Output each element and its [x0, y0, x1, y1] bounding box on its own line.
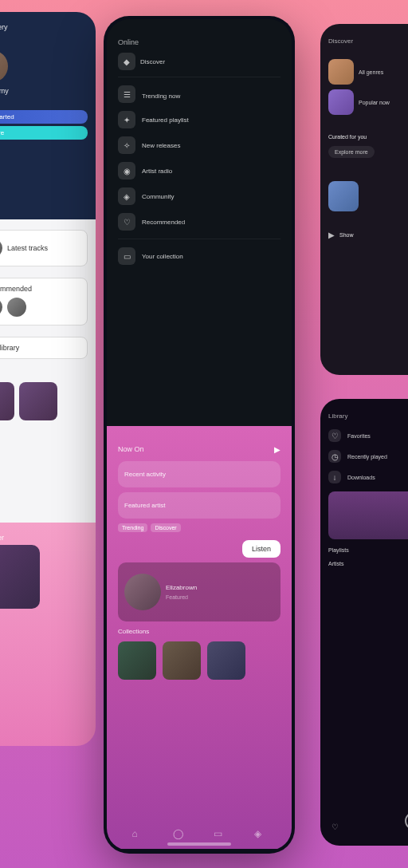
rb-item-recent[interactable]: ◷ Recently played	[328, 450, 408, 463]
left-footer2: Browse	[0, 612, 88, 620]
rb-item-artists[interactable]: Artists	[328, 561, 408, 566]
section-label: Discover	[140, 58, 165, 65]
collection-thumb[interactable]	[207, 641, 245, 680]
phone-mockup-center: Online ◆ Discover ☰ Trending now ✦ Featu…	[104, 16, 295, 854]
media-thumb-large[interactable]	[0, 545, 40, 609]
left-username: Is Terelmy	[0, 87, 88, 95]
chip-explore[interactable]: Explore	[0, 126, 88, 140]
card-library[interactable]: Your library	[0, 337, 88, 359]
rb-item-favorites[interactable]: ♡ Favorites	[328, 429, 408, 442]
activity-card[interactable]: Recent activity	[118, 461, 280, 487]
phone-mockup-right-top: Discover All genres Popular now Curated …	[320, 24, 408, 375]
left-title: Discovery	[0, 23, 88, 31]
folder-icon: ▭	[118, 247, 135, 265]
menu-item-radio[interactable]: ◉ Artist radio	[118, 162, 280, 180]
menu-item-collection[interactable]: ▭ Your collection	[118, 247, 280, 265]
nav-search-icon[interactable]: ◯	[173, 828, 186, 841]
phone-mockup-left: Discovery Is Terelmy Get started Explore…	[0, 12, 96, 746]
artist-avatar	[124, 574, 161, 610]
card-recommended[interactable]: Recommended	[0, 278, 88, 326]
list-icon: ☰	[118, 85, 135, 103]
menu-item-featured[interactable]: ✦ Featured playlist	[118, 111, 280, 128]
artist-card[interactable]: Featured artist	[118, 492, 280, 519]
genre-thumb	[328, 89, 354, 115]
media-thumb[interactable]	[19, 382, 57, 420]
featured-banner[interactable]	[328, 491, 408, 539]
clock-icon: ◷	[328, 450, 341, 463]
heart-icon: ♡	[328, 429, 341, 442]
rt-media-row[interactable]	[328, 181, 408, 211]
user-card[interactable]: Elizabrown Featured	[118, 562, 280, 621]
left-footer1: Discover	[0, 534, 88, 542]
rt-header: Discover	[328, 37, 353, 45]
menu-item-discover[interactable]: ☰ Trending now	[118, 85, 280, 103]
card-latest[interactable]: Latest tracks	[0, 230, 88, 266]
phone-mockup-right-bottom: Library ♡ Favorites ◷ Recently played ↓ …	[320, 399, 408, 846]
genre-thumb	[328, 59, 354, 85]
explore-chip[interactable]: Explore more	[328, 146, 375, 158]
thumb-icon	[0, 239, 2, 258]
media-thumb[interactable]	[0, 382, 14, 420]
nav-library-icon[interactable]: ▭	[214, 828, 226, 841]
user-avatar[interactable]	[0, 50, 8, 82]
download-icon: ↓	[328, 471, 341, 483]
nav-profile-icon[interactable]: ◈	[254, 828, 267, 841]
heart-icon: ♡	[118, 213, 135, 231]
chip-get-started[interactable]: Get started	[0, 110, 88, 124]
pink-title: Now On	[118, 445, 144, 453]
collections-label: Collections	[118, 628, 280, 635]
radio-icon: ◉	[118, 162, 135, 180]
play-icon[interactable]: ▶	[328, 231, 335, 239]
rb-header: Library	[328, 412, 347, 420]
listen-button[interactable]: Listen	[242, 540, 280, 558]
rt-item-genres[interactable]: All genres	[328, 59, 408, 85]
rt-item-popular[interactable]: Popular now	[328, 89, 408, 115]
collection-thumb[interactable]	[118, 641, 156, 680]
thumb-icon	[0, 298, 2, 317]
tag-discover[interactable]: Discover	[151, 523, 180, 532]
menu-item-recommended[interactable]: ♡ Recommended	[118, 213, 280, 231]
rb-item-playlists[interactable]: Playlists	[328, 547, 408, 553]
rb-item-downloads[interactable]: ↓ Downloads	[328, 471, 408, 483]
app-icon[interactable]: ◆	[118, 53, 135, 70]
action-circle-button[interactable]	[405, 812, 408, 830]
people-icon: ◈	[118, 187, 135, 205]
tag-trending[interactable]: Trending	[118, 523, 147, 532]
menu-item-releases[interactable]: ✧ New releases	[118, 136, 280, 154]
menu-item-community[interactable]: ◈ Community	[118, 187, 280, 205]
nav-home-icon[interactable]: ⌂	[132, 828, 145, 841]
heart-icon[interactable]: ♡	[332, 823, 339, 831]
center-header: Online	[118, 38, 139, 46]
home-indicator[interactable]	[167, 842, 231, 846]
collection-thumb[interactable]	[163, 641, 201, 680]
sparkle-icon: ✧	[118, 136, 135, 154]
play-icon[interactable]: ▶	[274, 445, 280, 454]
thumb-icon	[7, 298, 26, 317]
star-icon: ✦	[118, 111, 135, 128]
media-thumb	[328, 181, 359, 211]
